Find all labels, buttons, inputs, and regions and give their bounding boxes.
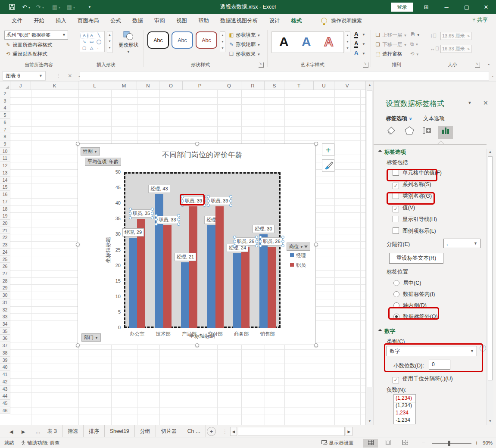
negative-format-option[interactable]: -1,234 (394, 417, 415, 424)
selection-handle[interactable] (259, 236, 262, 239)
formula-input[interactable] (80, 71, 489, 81)
selection-handle[interactable] (203, 199, 206, 202)
data-label-销售部-职员[interactable]: 职员, 26 (261, 237, 282, 246)
selection-handle[interactable] (155, 218, 158, 221)
column-header-Q[interactable]: Q (217, 81, 241, 90)
selection-pane-button[interactable]: ⬚ 选择窗格 (375, 51, 402, 57)
ribbon-tab-数据[interactable]: 数据 (127, 14, 149, 28)
textbox-icon[interactable]: A (81, 32, 88, 38)
column-header-V[interactable]: V (334, 81, 360, 90)
column-header-S[interactable]: S (265, 81, 284, 90)
row-header-25[interactable]: 25 (0, 256, 10, 263)
selection-handle[interactable] (255, 240, 258, 243)
shape-style-black[interactable]: Abc (147, 31, 169, 49)
checkbox-checked-icon[interactable]: ✓ (393, 183, 399, 189)
page-break-view-button[interactable] (398, 439, 412, 448)
row-header-12[interactable]: 12 (0, 162, 10, 169)
shape-style-blue[interactable]: Abc (172, 31, 193, 49)
shape-style-red[interactable]: Abc (196, 31, 217, 49)
y-axis-title[interactable]: 坐标轴标题 (105, 220, 112, 280)
gender-field-button[interactable]: 性别 ▼ (81, 147, 100, 156)
shape-outline-button[interactable]: ✎ 形状轮廓 ▼ (228, 41, 260, 48)
zoom-slider-thumb[interactable] (448, 441, 450, 446)
text-outline-button[interactable]: A (354, 40, 358, 48)
chart-selection-handle[interactable] (76, 243, 80, 246)
chart-title[interactable]: 不同部门岗位的评价年龄 (124, 150, 281, 160)
ribbon-tab-插入[interactable]: 插入 (50, 14, 72, 28)
legend-item-职员[interactable]: 职员 (290, 262, 306, 268)
bar-经理-办公室[interactable] (129, 238, 137, 328)
shape-fill-button[interactable]: ◧ 形状填充 ▼ (228, 32, 260, 38)
horizontal-scrollbar[interactable] (238, 427, 345, 436)
chart-selection-handle[interactable] (76, 142, 80, 146)
row-header-19[interactable]: 19 (0, 212, 10, 220)
checkbox-icon[interactable] (393, 216, 399, 222)
selection-handle[interactable] (281, 236, 284, 239)
column-header-M[interactable]: M (111, 81, 137, 90)
radio-居中(C)[interactable]: 居中(C) (393, 280, 421, 288)
bar-职员-销售部[interactable] (268, 247, 276, 328)
column-header-R[interactable]: R (241, 81, 265, 90)
data-label-销售部-经理[interactable]: 经理, 30 (253, 225, 274, 233)
column-header-N[interactable]: N (137, 81, 159, 90)
sheet-tab-筛选[interactable]: 筛选 (62, 425, 84, 437)
row-header-30[interactable]: 30 (0, 292, 10, 299)
pivot-chart[interactable]: 不同部门岗位的评价年龄 性别 ▼ 平均值项: 年龄 05101520253035… (78, 143, 316, 345)
ribbon-tab-数据透视图分析[interactable]: 数据透视图分析 (215, 14, 264, 28)
checkbox-icon[interactable] (393, 169, 399, 176)
row-header-13[interactable]: 13 (0, 169, 10, 177)
section-label-options[interactable]: 标签选项 (379, 149, 406, 156)
share-button[interactable]: ⑂ 共享 (472, 16, 488, 24)
decimal-places-input[interactable]: 0 (429, 360, 450, 370)
checkbox-单元格中的值(F)[interactable]: 单元格中的值(F) (393, 169, 442, 178)
hscroll-left-icon[interactable]: ◀ (230, 427, 237, 436)
page-layout-view-button[interactable] (381, 439, 395, 448)
x-axis-title[interactable]: 坐标轴标题 (159, 333, 245, 340)
selection-handle[interactable] (177, 223, 180, 226)
selection-handle[interactable] (155, 223, 158, 226)
row-header-27[interactable]: 27 (0, 270, 10, 277)
checkbox-icon[interactable] (393, 227, 399, 234)
scroll-down-icon[interactable]: ▼ (366, 417, 374, 425)
row-header-28[interactable]: 28 (0, 277, 10, 285)
row-header-44[interactable]: 44 (0, 392, 10, 400)
row-header-35[interactable]: 35 (0, 328, 10, 335)
row-header-40[interactable]: 40 (0, 364, 10, 371)
radio-icon[interactable] (393, 291, 399, 297)
zoom-out-icon[interactable]: − (421, 438, 425, 448)
row-header-45[interactable]: 45 (0, 400, 10, 407)
bar-经理-产品部[interactable] (181, 262, 189, 328)
insert-shapes-gallery[interactable]: AA╲↘▭◯▢△⌐ (80, 31, 105, 52)
expand-formula-bar-icon[interactable]: ⌄ (491, 74, 494, 78)
row-header-37[interactable]: 37 (0, 342, 10, 349)
checkbox-系列名称(S)[interactable]: ✓系列名称(S) (393, 181, 431, 190)
bar-职员-产品部[interactable] (189, 206, 197, 328)
label-options-icon[interactable] (438, 126, 453, 139)
selection-handle[interactable] (281, 240, 284, 243)
row-header-6[interactable]: 6 (0, 119, 10, 126)
thousands-separator-checkbox[interactable]: ✓使用千位分隔符(,)(U) (393, 375, 453, 384)
chart-elements-button[interactable]: ＋ (322, 143, 334, 156)
chart-selection-handle[interactable] (314, 243, 318, 246)
radio-轴内侧(D)[interactable]: 轴内侧(D) (393, 302, 427, 311)
wordart-dialog-launcher[interactable] (363, 62, 368, 68)
selection-handle[interactable] (181, 195, 184, 198)
vertical-scroll-thumb[interactable] (367, 90, 372, 387)
selection-handle[interactable] (177, 218, 180, 221)
row-header-20[interactable]: 20 (0, 220, 10, 227)
ribbon-tab-公式[interactable]: 公式 (105, 14, 127, 28)
row-header-8[interactable]: 8 (0, 133, 10, 140)
elbow-icon[interactable]: ⌐ (95, 45, 103, 51)
tell-me-search[interactable]: 操作说明搜索 (331, 14, 362, 28)
row-header-15[interactable]: 15 (0, 184, 10, 191)
ribbon-tab-开始[interactable]: 开始 (28, 14, 50, 28)
row-header-29[interactable]: 29 (0, 284, 10, 292)
hscroll-right-icon[interactable]: ▶ (346, 427, 353, 436)
row-header-14[interactable]: 14 (0, 177, 10, 184)
row-header-41[interactable]: 41 (0, 371, 10, 378)
data-label-产品部-职员[interactable]: 职员, 39 (183, 197, 204, 205)
shape-effects-button[interactable]: ❏ 形状效果 ▼ (228, 51, 260, 57)
format-selection-button[interactable]: ✎ 设置所选内容格式 (5, 42, 52, 48)
row-header-9[interactable]: 9 (0, 140, 10, 148)
sheet-tab-分组[interactable]: 分组 (135, 425, 156, 437)
